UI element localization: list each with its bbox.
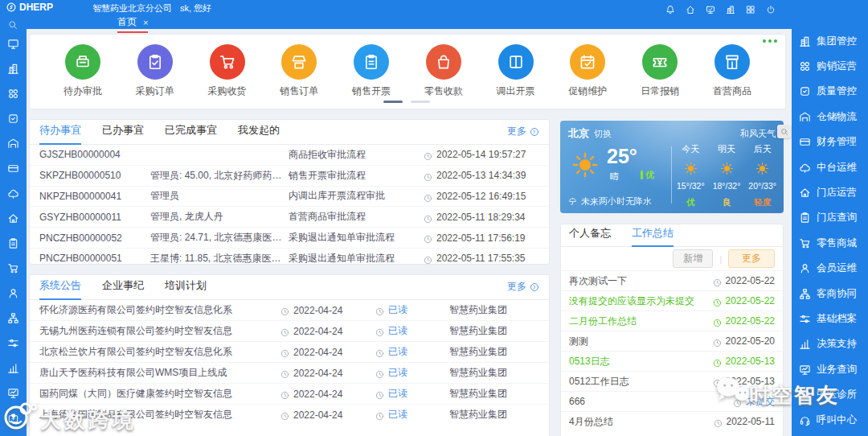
announcement-row[interactable]: 北京松兰饮片有限公司签约时空智友信息化系2022-04-24已读智慧药业集团 xyxy=(30,341,549,362)
announcements-tab-1[interactable]: 企业事纪 xyxy=(102,278,144,300)
module-item-sliders[interactable]: 基础档案 xyxy=(799,312,868,326)
memo-more-button[interactable]: 更多 xyxy=(728,249,775,268)
power-icon[interactable] xyxy=(766,2,776,16)
module-item-member[interactable]: 会员运维 xyxy=(799,261,868,275)
memo-row[interactable]: 测测2022-05-20 xyxy=(561,331,783,351)
sidebar-store-icon[interactable] xyxy=(7,211,19,225)
announcements-tab-2[interactable]: 培训计划 xyxy=(165,278,207,300)
shortcut-wallet[interactable]: 销售订单 xyxy=(280,44,318,98)
memo-row[interactable]: 4月份总结2022-05-11 xyxy=(561,411,783,431)
module-item-warehouse[interactable]: 仓储物流 xyxy=(799,110,868,124)
tasks-more-link[interactable]: 更多 xyxy=(507,125,539,144)
announcement-row[interactable]: 无锡九州医药连锁有限公司签约时空智友信息2022-04-24已读智慧药业集团 xyxy=(30,320,549,341)
building-icon[interactable] xyxy=(726,2,735,16)
shortcut-ticket-yen[interactable]: 日常报销 xyxy=(641,44,679,98)
announcement-date: 2022-04-24 xyxy=(280,409,375,421)
sidebar-clinic-icon[interactable] xyxy=(7,410,19,425)
shortcut-calendar-check[interactable]: 促销维护 xyxy=(568,44,607,98)
sidebar-member-icon[interactable] xyxy=(7,286,19,300)
memo-row[interactable]: 0512工作日志2022-05-13 xyxy=(561,371,783,391)
announcements-tab-0[interactable]: 系统公告 xyxy=(39,278,81,300)
shortcut-bag[interactable]: 零售收款 xyxy=(424,44,463,98)
tasks-tab-1[interactable]: 已办事宜 xyxy=(102,123,144,145)
sidebar-apps-icon[interactable] xyxy=(7,86,19,101)
task-row[interactable]: NKPZHB00000041管理员内调出库开票流程审批2022-05-12 16… xyxy=(30,186,549,207)
apps-square-icon[interactable] xyxy=(746,2,755,16)
workbench-icon[interactable] xyxy=(706,2,715,16)
module-item-cloud[interactable]: 中台运维 xyxy=(799,161,868,175)
module-item-org[interactable]: 客商协同 xyxy=(799,287,868,301)
shortcut-cart[interactable]: 采购收货 xyxy=(208,44,247,98)
memo-row[interactable]: 二月份工作总结2022-05-22 xyxy=(561,311,783,331)
sidebar-org-icon[interactable] xyxy=(7,311,19,325)
sidebar-clipboard-icon[interactable] xyxy=(7,236,19,250)
sidebar-sliders-icon[interactable] xyxy=(7,335,19,350)
module-item-clipboard[interactable]: 门店查询 xyxy=(799,211,868,224)
module-item-cart[interactable]: 零售商城 xyxy=(799,237,868,250)
sidebar-card-icon[interactable] xyxy=(7,161,19,175)
box-icon xyxy=(507,53,525,71)
sidebar-warehouse-icon[interactable] xyxy=(7,136,19,150)
module-item-apps[interactable]: 购销运营 xyxy=(799,60,868,73)
sidebar-badge-icon[interactable] xyxy=(7,111,19,125)
weather-aqi-label: 优 xyxy=(645,169,654,181)
module-item-building[interactable]: 集团管控 xyxy=(799,35,868,48)
memo-tab-0[interactable]: 个人备忘 xyxy=(569,226,611,247)
announcement-row[interactable]: 上海德华国药制品有限公司签约时空智友信息2022-04-24已读智慧药业集团 xyxy=(30,404,549,425)
shortcut-more-icon[interactable] xyxy=(763,39,777,43)
memo-row[interactable]: 666未提交 xyxy=(561,391,783,411)
task-row[interactable]: GJSZHB00000004商品拒收审批流程2022-05-14 19:57:2… xyxy=(30,145,549,165)
weather-switch-city[interactable]: 切换 xyxy=(594,128,612,140)
sidebar-cart-icon[interactable] xyxy=(7,261,19,275)
task-row[interactable]: GSYZHB00000011管理员, 龙虎人丹首营商品审批流程2022-05-1… xyxy=(30,206,549,227)
task-row[interactable]: SKPZHB00000510管理员: 45.00, 北京好药师药店...销售开票… xyxy=(30,165,549,186)
module-item-board[interactable]: 业务查询 xyxy=(799,363,868,376)
memo-tab-1[interactable]: 工作总结 xyxy=(632,226,674,247)
sidebar-monitor-icon[interactable] xyxy=(7,36,19,51)
tab-home[interactable]: 首页 × xyxy=(117,15,148,33)
shortcut-box[interactable]: 调出开票 xyxy=(497,44,535,98)
sun-icon xyxy=(755,162,769,175)
shortcut-clipboard[interactable]: 销售开票 xyxy=(352,44,391,98)
sidebar-cloud-icon[interactable] xyxy=(7,186,19,200)
sidebar-board-icon[interactable] xyxy=(7,385,19,400)
company-name[interactable]: 智慧药业北京分公司 xyxy=(92,2,172,14)
weather-search-button[interactable] xyxy=(777,125,791,138)
sidebar-building-icon[interactable] xyxy=(7,61,19,76)
memo-row[interactable]: 0513日志2022-05-13 xyxy=(561,351,783,371)
memo-title: 666 xyxy=(569,396,585,407)
shortcut-clipboard-check[interactable]: 采购订单 xyxy=(136,44,174,98)
forecast-day-label: 后天 xyxy=(754,143,772,155)
announcement-status: 已读 xyxy=(375,408,449,422)
announcement-row[interactable]: 国药同煤（大同）医疗健康签约时空智友信息2022-04-24已读智慧药业集团 xyxy=(30,383,549,404)
tasks-tab-2[interactable]: 已完成事宜 xyxy=(165,123,217,145)
memo-add-button[interactable]: 新增 xyxy=(673,249,713,268)
task-row[interactable]: PNCZHB00000051王星博: 11.85, 北京德惠康医药...采购退出… xyxy=(30,248,549,269)
announcement-row[interactable]: 唐山天予医药科技有限公司WMS项目上线成2022-04-24已读智慧药业集团 xyxy=(30,362,549,383)
module-item-headset[interactable]: 呼叫中心 xyxy=(799,413,868,427)
search-icon[interactable] xyxy=(8,17,18,27)
module-item-chart[interactable]: 决策支持 xyxy=(799,337,868,351)
announcement-row[interactable]: 怀化济源医药有限公司签约时空智友信息化系2022-04-24已读智慧药业集团 xyxy=(30,300,549,320)
task-row[interactable]: PNCZHB00000052管理员: 24.71, 北京德惠康医药...采购退出… xyxy=(30,227,549,248)
task-id: NKPZHB00000041 xyxy=(39,191,150,202)
module-item-store[interactable]: 门店运营 xyxy=(799,186,868,199)
module-item-clinic[interactable]: 中医诊所 xyxy=(799,388,868,401)
tasks-tab-0[interactable]: 待办事宜 xyxy=(39,123,81,145)
user-greeting[interactable]: sk, 您好 xyxy=(180,2,211,14)
tasks-tab-3[interactable]: 我发起的 xyxy=(238,123,280,145)
memo-row[interactable]: 再次测试一下2022-05-22 xyxy=(561,270,783,290)
home-icon[interactable] xyxy=(686,2,695,16)
module-item-badge[interactable]: 质量管控 xyxy=(799,84,868,98)
bell-icon[interactable] xyxy=(665,2,675,16)
shortcut-inbox[interactable]: 待办审批 xyxy=(63,44,102,98)
shortcut-package[interactable]: 首营商品 xyxy=(713,44,751,98)
sidebar-chart-icon[interactable] xyxy=(7,360,19,375)
close-tab-icon[interactable]: × xyxy=(143,18,148,27)
announcements-more-link[interactable]: 更多 xyxy=(507,280,539,299)
app-logo[interactable]: DHERP xyxy=(6,2,53,13)
memo-row[interactable]: 没有提交的应该显示为未提交2022-05-22 xyxy=(561,290,783,311)
module-item-card[interactable]: 财务管理 xyxy=(799,135,868,149)
shortcut-label: 调出开票 xyxy=(497,84,535,98)
carousel-indicator[interactable] xyxy=(383,101,430,103)
